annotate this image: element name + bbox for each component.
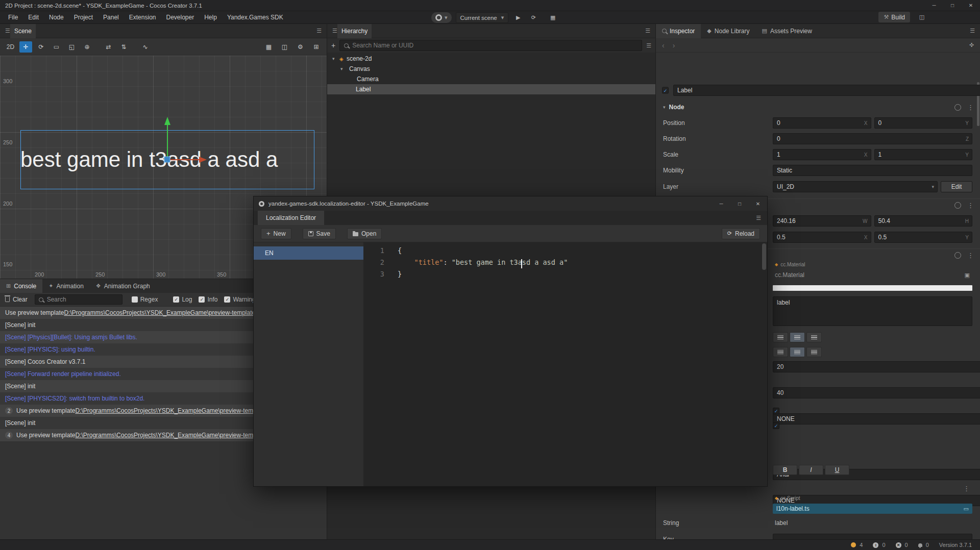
menu-edit[interactable]: Edit (23, 11, 44, 24)
error-status-icon[interactable]: ✕ (896, 542, 901, 548)
log-checkbox[interactable]: ✓ (173, 296, 179, 303)
editor-mode-dropdown[interactable]: ▾ (431, 12, 452, 23)
frame-all-icon[interactable]: ⊞ (310, 41, 323, 53)
font-size-input[interactable]: 20 (773, 361, 980, 372)
log-link[interactable]: D:\Programms\CocosProjects\YSDK_ExampleG… (75, 432, 266, 439)
minimize-button[interactable]: ─ (925, 0, 943, 11)
tool-move-icon[interactable]: ✛ (19, 41, 32, 53)
save-button[interactable]: Save (303, 228, 336, 239)
rotation-input[interactable]: 0Z (773, 133, 972, 144)
underline-button[interactable]: U (825, 465, 849, 475)
maximize-button[interactable]: □ (730, 198, 749, 209)
expand-caret-icon[interactable]: ▾ (332, 56, 335, 61)
scene-settings-gear-icon[interactable]: ⚙ (294, 41, 307, 53)
scale-x-input[interactable]: 1X (773, 149, 871, 160)
bold-button[interactable]: B (773, 465, 797, 475)
kebab-menu-icon[interactable]: ⋮ (967, 202, 974, 209)
pin-icon[interactable]: ✜ (969, 42, 974, 48)
tree-node-camera[interactable]: Camera (327, 74, 655, 84)
menu-developer[interactable]: Developer (161, 11, 199, 24)
overflow-select[interactable]: NONE▾ (773, 413, 980, 424)
material-asset-icon[interactable]: ▣ (965, 272, 970, 278)
valign-top-button[interactable] (773, 347, 788, 357)
content-height-input[interactable]: 50.4H (874, 215, 973, 227)
align-left-button[interactable] (773, 332, 788, 342)
tool-flip-v-icon[interactable]: ⇅ (117, 41, 130, 53)
expand-caret-icon[interactable]: ▾ (340, 66, 343, 71)
console-search-input[interactable]: Search (35, 294, 122, 305)
close-button[interactable]: ✕ (749, 198, 767, 209)
kebab-menu-icon[interactable]: ⋮ (963, 485, 970, 492)
italic-button[interactable]: I (799, 465, 823, 475)
minimize-button[interactable]: ─ (712, 198, 730, 209)
localization-window-titlebar[interactable]: yandex-games-sdk.localization-editor - Y… (254, 196, 767, 211)
tool-scale-icon[interactable]: ◱ (65, 41, 78, 53)
hierarchy-options-icon[interactable]: ☰ (645, 28, 655, 34)
tool-flip-h-icon[interactable]: ⇄ (102, 41, 115, 53)
layer-edit-button[interactable]: Edit (941, 181, 972, 192)
clear-button[interactable]: Clear (5, 296, 28, 303)
menu-yandex-games-sdk[interactable]: Yandex.Games SDK (222, 11, 288, 24)
localization-options-icon[interactable]: ☰ (756, 215, 767, 221)
anchor-y-input[interactable]: 0.5Y (874, 232, 973, 243)
warning-checkbox[interactable]: ✓ (224, 296, 230, 303)
regex-checkbox[interactable] (132, 296, 138, 303)
line-height-input[interactable]: 40 (773, 387, 980, 398)
layout-grid-button[interactable]: ▦ (547, 12, 558, 23)
script-asset-chip[interactable]: l10n-label.ts▭ (773, 504, 972, 514)
content-width-input[interactable]: 240.16W (773, 215, 871, 227)
tool-curve-icon[interactable]: ∿ (139, 41, 152, 53)
menu-help[interactable]: Help (199, 11, 222, 24)
tab-hierarchy[interactable]: Hierarchy (337, 24, 372, 38)
collapse-caret-icon[interactable]: ▾ (663, 105, 666, 110)
filter-regex[interactable]: Regex (132, 296, 158, 303)
filter-info[interactable]: ✓Info (199, 296, 217, 303)
valign-bottom-button[interactable] (806, 347, 822, 357)
json-code-editor[interactable]: 1 { 2 "title": "best game in t3asd a asd… (364, 242, 767, 486)
tool-2d-toggle[interactable]: 2D (4, 41, 17, 53)
log-link[interactable]: D:\Programms\CocosProjects\YSDK_ExampleG… (75, 407, 266, 414)
help-icon[interactable] (954, 202, 961, 209)
position-x-input[interactable]: 0X (773, 117, 871, 129)
hierarchy-search-input[interactable]: Search Name or UUID (339, 40, 642, 51)
reload-button[interactable]: ⟳Reload (722, 228, 760, 239)
mobility-select[interactable]: Static (773, 165, 972, 176)
menu-project[interactable]: Project (69, 11, 98, 24)
hierarchy-list-options-icon[interactable]: ☰ (646, 43, 651, 48)
open-button[interactable]: Open (347, 228, 382, 239)
tab-animation-graph[interactable]: ❖Animation Graph (90, 279, 156, 293)
scale-y-input[interactable]: 1Y (874, 149, 973, 160)
align-center-button[interactable] (790, 332, 805, 342)
anchor-x-input[interactable]: 0.5X (773, 232, 871, 243)
build-folder-button[interactable]: ◫ (916, 12, 927, 22)
node-section-header[interactable]: ▾ Node ⋮ (656, 101, 980, 114)
help-icon[interactable] (954, 252, 961, 259)
tool-rect-icon[interactable]: ▭ (50, 41, 63, 53)
node-name-input[interactable]: Label (673, 85, 980, 96)
filter-log[interactable]: ✓Log (173, 296, 192, 303)
info-checkbox[interactable]: ✓ (199, 296, 205, 303)
editor-scrollbar[interactable] (762, 243, 766, 270)
play-button[interactable]: ▶ (512, 12, 524, 23)
inspector-options-icon[interactable]: ☰ (970, 28, 980, 34)
layer-select[interactable]: UI_2D▾ (773, 181, 938, 192)
align-right-button[interactable] (806, 332, 822, 342)
scene-panel-options-icon[interactable]: ☰ (316, 28, 327, 34)
refresh-button[interactable]: ⟳ (528, 12, 539, 23)
position-y-input[interactable]: 0Y (874, 117, 973, 129)
bell-icon[interactable] (918, 543, 922, 547)
preview-target-select[interactable]: Current scene▾ (456, 12, 509, 23)
label-option-checkbox[interactable]: ✓ (773, 422, 779, 429)
tree-node-label[interactable]: Label (327, 84, 655, 94)
toggle-gizmo-icon[interactable]: ◫ (278, 41, 291, 53)
info-status-icon[interactable]: i (873, 542, 878, 548)
label-option-checkbox[interactable]: ✓ (773, 408, 779, 414)
tab-localization-editor[interactable]: Localization Editor (258, 211, 324, 225)
menu-extension[interactable]: Extension (124, 11, 161, 24)
tool-rotate-icon[interactable]: ⟳ (35, 41, 47, 53)
tab-scene[interactable]: Scene (10, 24, 36, 38)
menu-node[interactable]: Node (44, 11, 69, 24)
kebab-menu-icon[interactable]: ⋮ (967, 104, 974, 111)
tab-animation[interactable]: ✦Animation (42, 279, 90, 293)
menu-panel[interactable]: Panel (98, 11, 124, 24)
